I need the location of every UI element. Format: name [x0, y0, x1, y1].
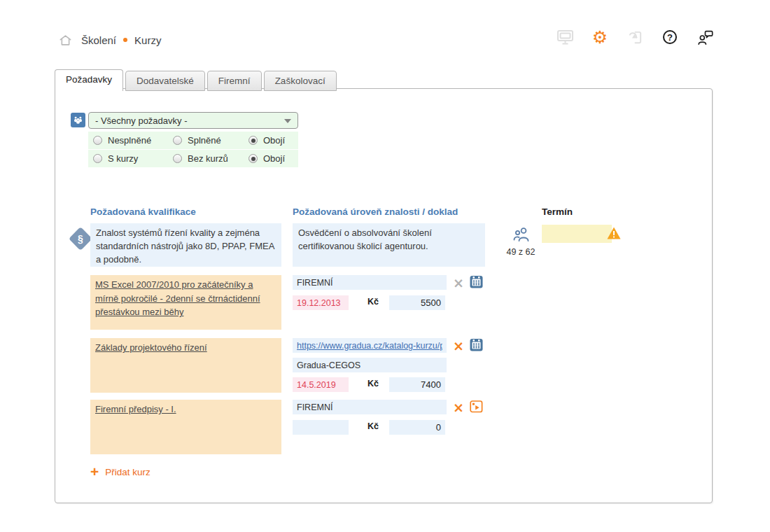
- requirements-dropdown-value: - Všechny požadavky -: [95, 115, 188, 126]
- add-course-button[interactable]: + Přidat kurz: [90, 465, 150, 478]
- course-provider-field-2[interactable]: Gradua-CEGOS: [293, 358, 447, 372]
- course-price-field-1[interactable]: 5500: [389, 295, 445, 310]
- user-feedback-icon[interactable]: [696, 28, 714, 46]
- group-icon: [71, 113, 85, 127]
- calendar-icon[interactable]: [470, 275, 484, 289]
- tab-panel: - Všechny požadavky - Nesplněné Splněné …: [55, 88, 713, 503]
- dropdown-caret-icon: [284, 119, 291, 123]
- calendar-icon[interactable]: [470, 338, 484, 352]
- radio-oboji-2[interactable]: Obojí: [248, 153, 285, 164]
- course-price-field-2[interactable]: 7400: [389, 377, 445, 392]
- column-header-term: Termín: [542, 206, 573, 217]
- column-header-qualification: Požadovaná kvalifikace: [90, 206, 196, 217]
- radio-bez-kurzu[interactable]: Bez kurzů: [173, 153, 248, 164]
- tab-dodavatelske[interactable]: Dodavatelské: [125, 71, 205, 91]
- monitor-icon[interactable]: [556, 28, 574, 46]
- radio-nesplnene[interactable]: Nesplněné: [93, 135, 173, 146]
- course-date-field-2[interactable]: 14.5.2019: [293, 377, 349, 392]
- column-header-level: Požadovaná úroveň znalosti / doklad: [293, 206, 458, 217]
- topbar-icons: ⚙ ?: [556, 28, 714, 46]
- course-link-3[interactable]: Firemní předpisy - I.: [95, 404, 176, 414]
- requirement-qualification-cell: Znalost systémů řízení kvality a zejména…: [90, 223, 281, 267]
- help-icon[interactable]: ?: [661, 28, 679, 46]
- radio-circle: [173, 154, 182, 163]
- signin-icon[interactable]: [626, 28, 644, 46]
- section-icon: §: [68, 226, 93, 251]
- radio-circle: [248, 154, 258, 163]
- course-url-field-2: https://www.gradua.cz/katalog-kurzu/p: [293, 338, 447, 353]
- radio-s-kurzy[interactable]: S kurzy: [93, 153, 173, 164]
- breadcrumb: Školení Kurzy: [56, 31, 161, 49]
- course-date-field-3[interactable]: [293, 420, 349, 435]
- attendance-count: 49 z 62: [498, 247, 544, 257]
- gear-icon[interactable]: ⚙: [591, 28, 609, 46]
- course-title-cell: Základy projektového řízení: [90, 338, 281, 393]
- page: Školení Kurzy ⚙ ? Požadavky Dodavatelské…: [0, 0, 770, 532]
- course-provider-field-1[interactable]: FIREMNÍ: [293, 275, 447, 290]
- currency-label: Kč: [368, 421, 379, 431]
- requirements-dropdown[interactable]: - Všechny požadavky -: [88, 112, 298, 129]
- add-course-label: Přidat kurz: [105, 467, 150, 477]
- term-input[interactable]: [542, 225, 612, 243]
- tab-firemni[interactable]: Firemní: [207, 71, 262, 91]
- remove-icon[interactable]: ×: [451, 400, 465, 414]
- tab-bar: Požadavky Dodavatelské Firemní Zaškolova…: [55, 69, 339, 91]
- calendar-play-icon[interactable]: [470, 400, 484, 414]
- breadcrumb-separator-dot: [123, 38, 127, 42]
- tab-pozadavky[interactable]: Požadavky: [55, 69, 123, 91]
- remove-icon[interactable]: ×: [451, 276, 465, 290]
- radio-circle: [248, 136, 258, 145]
- course-title-cell: MS Excel 2007/2010 pro začátečníky a mír…: [90, 275, 281, 330]
- add-icon: +: [90, 465, 99, 478]
- radio-circle: [93, 154, 102, 163]
- currency-label: Kč: [368, 379, 379, 388]
- radio-splnene[interactable]: Splněné: [173, 135, 248, 146]
- breadcrumb-page: Kurzy: [134, 34, 161, 46]
- attendance: 49 z 62: [498, 226, 544, 257]
- requirement-level-cell: Osvědčení o absolvování školení certifik…: [293, 223, 485, 267]
- remove-icon[interactable]: ×: [451, 339, 465, 353]
- course-date-field-1[interactable]: 19.12.2013: [293, 295, 349, 310]
- tab-zaskolovaci[interactable]: Zaškolovací: [264, 71, 337, 91]
- warning-icon: [607, 227, 621, 242]
- course-link-2[interactable]: Základy projektového řízení: [95, 342, 207, 353]
- currency-label: Kč: [368, 297, 379, 307]
- radio-circle: [173, 136, 182, 145]
- fulfillment-radio-group: Nesplněné Splněné Obojí: [88, 132, 298, 149]
- breadcrumb-section[interactable]: Školení: [81, 34, 116, 46]
- radio-oboji-1[interactable]: Obojí: [248, 135, 285, 146]
- home-icon[interactable]: [56, 31, 74, 49]
- course-price-field-3[interactable]: 0: [389, 420, 445, 435]
- attendance-icon: [512, 233, 531, 245]
- radio-circle: [93, 136, 102, 145]
- course-link-1[interactable]: MS Excel 2007/2010 pro začátečníky a mír…: [95, 279, 260, 317]
- course-provider-field-3[interactable]: FIREMNÍ: [293, 400, 447, 414]
- courses-radio-group: S kurzy Bez kurzů Obojí: [88, 150, 298, 167]
- course-url-link-2[interactable]: https://www.gradua.cz/katalog-kurzu/p: [297, 341, 442, 351]
- course-title-cell: Firemní předpisy - I.: [90, 400, 281, 454]
